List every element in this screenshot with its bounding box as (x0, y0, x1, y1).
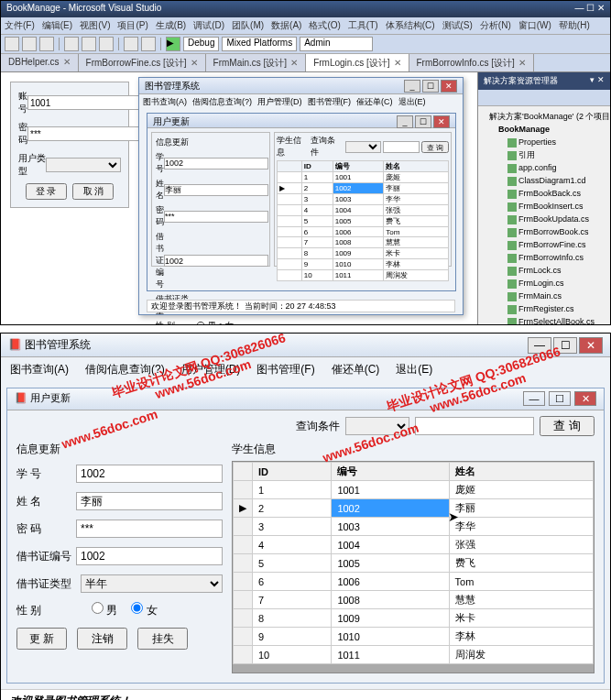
table-row[interactable]: 61006Tom (234, 573, 594, 591)
table-row[interactable]: 41004张强 (278, 205, 449, 216)
big-menubar[interactable]: 图书查询(A)借阅信息查询(?)用户管理(D)图书管理(F)催还单(C)退出(E… (1, 357, 610, 382)
vs-document-tabs[interactable]: DBHelper.cs✕FrmBorrowFine.cs [设计]✕FrmMai… (1, 54, 610, 72)
minimize-button[interactable]: — (528, 337, 551, 354)
vs-menu-item[interactable]: 编辑(E) (42, 20, 72, 30)
col-header[interactable]: 姓名 (449, 463, 593, 481)
project-node[interactable]: BookManage (482, 123, 606, 136)
file-node[interactable]: FrmSelectAllBook.cs (482, 315, 606, 325)
tb-config-combo[interactable]: Debug (183, 37, 219, 51)
vs-menu-item[interactable]: 生成(B) (156, 20, 186, 30)
solution-toolbar[interactable] (478, 90, 610, 106)
vs-menu-item[interactable]: 调试(D) (193, 20, 224, 30)
sno-input[interactable] (76, 465, 223, 483)
tb-open-icon[interactable] (22, 37, 37, 51)
tab-close-icon[interactable]: ✕ (394, 58, 401, 68)
name-input[interactable] (76, 492, 223, 510)
file-node[interactable]: FrmMain.cs (482, 290, 606, 302)
account-input[interactable] (27, 95, 149, 110)
inner-max-button[interactable]: ☐ (549, 391, 571, 406)
max-icon[interactable]: ☐ (422, 80, 439, 93)
lost-button[interactable]: 挂失 (137, 628, 188, 650)
logout-button[interactable]: 注销 (77, 628, 127, 650)
close-button[interactable]: ✕ (579, 337, 603, 354)
menu-item[interactable]: 图书查询(A) (143, 97, 187, 106)
col-header[interactable]: 姓名 (384, 161, 449, 172)
sex-male-radio[interactable]: 男 (92, 604, 117, 617)
table-row[interactable]: 91010李林 (278, 259, 449, 270)
tb-platform-combo[interactable]: Mixed Platforms (222, 37, 297, 51)
big-inner-titlebar[interactable]: 📕 用户更新 — ☐ ✕ (7, 388, 604, 410)
mini-name-input[interactable] (164, 184, 268, 196)
menu-item[interactable]: 用户管理(D) (181, 363, 241, 376)
search-input[interactable] (415, 417, 534, 435)
tb-cut-icon[interactable] (64, 37, 79, 51)
table-row[interactable]: 31003李华 (234, 518, 594, 536)
tb-startup-combo[interactable]: Admin (300, 37, 373, 51)
table-row[interactable]: ▶21002李丽 (234, 499, 594, 518)
vs-menu-item[interactable]: 测试(S) (442, 20, 473, 30)
mini-inner-titlebar[interactable]: 用户更新 _☐✕ (147, 114, 455, 128)
min-icon[interactable]: _ (397, 115, 413, 128)
file-node[interactable]: FrmBorrowInfo.cs (482, 251, 606, 264)
tab-close-icon[interactable]: ✕ (63, 57, 71, 67)
col-header[interactable]: 编号 (333, 161, 384, 172)
maximize-button[interactable]: ☐ (553, 337, 577, 354)
solution-tree[interactable]: 解决方案'BookManage' (2 个项目)BookManageProper… (478, 106, 610, 325)
vs-tab[interactable]: FrmMain.cs [设计]✕ (206, 54, 307, 71)
cancel-button[interactable]: 取 消 (72, 183, 114, 200)
menu-item[interactable]: 用户管理(D) (257, 97, 302, 106)
vs-window-controls[interactable]: — ☐ ✕ (574, 3, 605, 16)
vs-tab[interactable]: DBHelper.cs✕ (1, 54, 79, 71)
search-cond-select[interactable] (345, 417, 409, 435)
table-row[interactable]: 91010李林 (234, 628, 594, 646)
col-header[interactable]: ID (301, 161, 333, 172)
menu-item[interactable]: 催还单(C) (332, 363, 380, 376)
menu-item[interactable]: 图书查询(A) (10, 363, 69, 376)
menu-item[interactable]: 催还单(C) (356, 97, 393, 106)
table-row[interactable]: 41004张强 (234, 536, 594, 554)
table-row[interactable]: 11001庞姬 (234, 481, 594, 499)
sex-female-radio[interactable]: 女 (131, 604, 157, 617)
menu-item[interactable]: 借阅信息查询(?) (192, 97, 252, 106)
file-node[interactable]: FrmLock.cs (482, 264, 606, 277)
vs-tab[interactable]: FrmBorrowFine.cs [设计]✕ (79, 54, 206, 71)
close-icon[interactable]: ✕ (441, 80, 457, 93)
table-row[interactable]: 81009米卡 (234, 609, 594, 628)
close-icon[interactable]: ✕ (433, 115, 450, 128)
vs-menu-item[interactable]: 格式(O) (309, 20, 340, 30)
tb-paste-icon[interactable] (99, 37, 114, 51)
solution-root[interactable]: 解决方案'BookManage' (2 个项目) (482, 110, 606, 123)
table-row[interactable]: 51005费飞 (278, 216, 449, 227)
mini-outer-titlebar[interactable]: 图书管理系统 _☐✕ (139, 78, 463, 94)
table-row[interactable]: 81009米卡 (278, 248, 449, 259)
tb-undo-icon[interactable] (124, 37, 138, 51)
update-button[interactable]: 更 新 (16, 628, 67, 650)
file-node[interactable]: app.config (482, 161, 606, 174)
student-grid[interactable]: ID编号姓名11001庞姬▶21002李丽31003李华41004张强51005… (232, 461, 595, 673)
vs-tab[interactable]: FrmLogin.cs [设计]✕ (306, 54, 409, 71)
file-node[interactable]: FrmBorrowBook.cs (482, 225, 606, 238)
table-row[interactable]: 31003李华 (278, 194, 449, 205)
menu-item[interactable]: 退出(E) (396, 363, 432, 376)
table-row[interactable]: 11001庞姬 (278, 172, 449, 183)
vs-menubar[interactable]: 文件(F)编辑(E)视图(V)项目(P)生成(B)调试(D)团队(M)数据(A)… (1, 17, 610, 34)
menu-item[interactable]: 借阅信息查询(?) (85, 363, 165, 376)
search-button[interactable]: 查 询 (540, 416, 595, 436)
mini-sno-input[interactable] (164, 158, 268, 170)
solution-explorer[interactable]: 解决方案资源管理器▾ ✕ 解决方案'BookManage' (2 个项目)Boo… (477, 72, 610, 324)
file-node[interactable]: 引用 (482, 148, 606, 161)
file-node[interactable]: FrmRegister.cs (482, 302, 606, 315)
mini-search-button[interactable]: 查 询 (421, 141, 449, 153)
table-row[interactable]: 61006Tom (278, 227, 449, 237)
min-icon[interactable]: _ (404, 80, 420, 93)
login-button[interactable]: 登 录 (26, 183, 67, 200)
panel-controls[interactable]: ▾ ✕ (590, 75, 605, 87)
tb-redo-icon[interactable] (141, 37, 156, 51)
table-row[interactable]: ▶21002李丽 (278, 183, 449, 194)
vs-menu-item[interactable]: 视图(V) (80, 20, 110, 30)
mini-pwd-input[interactable] (164, 211, 268, 223)
vs-tab[interactable]: FrmBorrowInfo.cs [设计]✕ (409, 54, 534, 71)
vs-menu-item[interactable]: 帮助(H) (559, 20, 590, 30)
pwd-input[interactable] (76, 520, 223, 538)
table-row[interactable]: 101011周润发 (234, 646, 594, 664)
